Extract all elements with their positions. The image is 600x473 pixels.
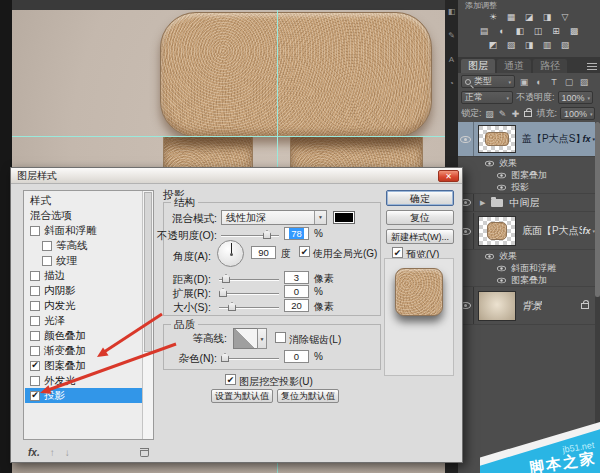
dock-icon[interactable]: ◧ (445, 0, 458, 24)
checkbox[interactable] (30, 301, 40, 311)
filter-smart-objects-icon[interactable]: ▨ (578, 77, 590, 87)
style-item-contour[interactable]: 等高线 (25, 238, 142, 253)
layer-name[interactable]: 背景 (522, 299, 542, 313)
eye-icon[interactable] (460, 136, 471, 143)
color-lookup-icon[interactable]: ▩ (567, 25, 581, 37)
checkbox-checked[interactable]: ✔ (30, 391, 40, 401)
antialias-checkbox[interactable] (275, 332, 286, 343)
make-default-button[interactable]: 设置为默认值 (211, 389, 273, 403)
contour-thumbnail[interactable] (233, 328, 258, 349)
tab-layers[interactable]: 图层 (461, 59, 495, 73)
distance-field[interactable]: 3 (284, 271, 309, 284)
filter-adjustment-layers-icon[interactable]: ◐ (533, 77, 545, 87)
layer-opacity-field[interactable]: 100% ▾ (558, 91, 593, 104)
style-item-inner-glow[interactable]: 内发光 (25, 298, 142, 313)
lock-transparency-icon[interactable]: ▨ (485, 109, 495, 119)
reset-default-button[interactable]: 复位为默认值 (277, 389, 339, 403)
global-light-checkbox[interactable]: ✔ (299, 246, 310, 257)
eye-icon[interactable] (497, 265, 506, 271)
checkbox[interactable] (30, 286, 40, 296)
close-button[interactable]: ✕ (438, 170, 459, 182)
threshold-icon[interactable]: ◨ (522, 39, 536, 51)
layer-thumbnail[interactable] (478, 291, 516, 321)
checkbox[interactable] (42, 256, 52, 266)
preview-checkbox[interactable]: ✔ (392, 247, 403, 258)
checkbox[interactable] (30, 331, 40, 341)
move-up-button[interactable]: ↑ (50, 447, 55, 458)
layer-thumbnail[interactable] (478, 125, 516, 153)
size-slider[interactable] (219, 307, 279, 308)
layer-blend-mode-select[interactable]: 正常 ▾ (461, 91, 513, 104)
layer-row-cap[interactable]: 盖【P大点S】 fx ▾ (458, 122, 595, 157)
checkbox-checked[interactable]: ✔ (30, 361, 40, 371)
filter-type-layers-icon[interactable]: T (548, 77, 560, 87)
checkbox[interactable] (30, 271, 40, 281)
filter-shape-layers-icon[interactable]: ▢ (563, 77, 575, 87)
levels-icon[interactable]: ▦ (504, 11, 518, 23)
fx-item-row[interactable]: 投影 (458, 181, 595, 194)
ok-button[interactable]: 确定 (386, 190, 454, 206)
hue-saturation-icon[interactable]: ▤ (477, 25, 491, 37)
lock-paint-icon[interactable]: ✎ (498, 109, 508, 119)
style-item-inner-shadow[interactable]: 内阴影 (25, 283, 142, 298)
shadow-color-swatch[interactable] (333, 211, 355, 224)
checkbox[interactable] (30, 226, 40, 236)
fx-item-row[interactable]: 图案叠加 (458, 274, 595, 287)
style-item-satin[interactable]: 光泽 (25, 313, 142, 328)
fx-menu-button[interactable]: fx. (28, 447, 40, 458)
panel-menu-icon[interactable] (587, 63, 597, 70)
new-style-button[interactable]: 新建样式(W)... (386, 229, 454, 244)
eye-icon[interactable] (485, 160, 494, 166)
angle-dial[interactable] (217, 240, 244, 267)
eye-icon[interactable] (497, 277, 506, 283)
gradient-map-icon[interactable]: ▥ (540, 39, 554, 51)
layer-name[interactable]: 盖【P大点S】 (522, 132, 582, 146)
blend-mode-select[interactable]: 线性加深 ▼ (221, 210, 327, 225)
knockout-checkbox[interactable]: ✔ (225, 374, 236, 385)
selective-color-icon[interactable]: ▧ (558, 39, 572, 51)
fx-header-row[interactable]: 效果 (458, 250, 595, 262)
spread-field[interactable]: 0 (284, 285, 309, 298)
size-field[interactable]: 20 (284, 299, 309, 312)
invert-icon[interactable]: ◩ (486, 39, 500, 51)
group-name[interactable]: 中间层 (509, 196, 539, 210)
noise-field[interactable]: 0 (284, 350, 309, 363)
filter-type-dropdown[interactable]: 类型 ▾ (461, 75, 515, 88)
filter-pixel-layers-icon[interactable]: ▣ (518, 77, 530, 87)
contour-picker-arrow[interactable]: ▼ (257, 328, 267, 349)
style-item-gradient-overlay[interactable]: 渐变叠加 (25, 343, 142, 358)
style-item-texture[interactable]: 纹理 (25, 253, 142, 268)
style-item-stroke[interactable]: 描边 (25, 268, 142, 283)
vibrance-icon[interactable]: ▽ (558, 11, 572, 23)
horizontal-guide[interactable] (12, 136, 445, 137)
checkbox[interactable] (30, 316, 40, 326)
curves-icon[interactable]: ◪ (522, 11, 536, 23)
style-item-outer-glow[interactable]: 外发光 (25, 373, 142, 388)
distance-slider[interactable] (219, 279, 279, 280)
group-row[interactable]: ▶ 中间层 (458, 194, 595, 212)
lock-all-icon[interactable] (524, 111, 532, 117)
angle-field[interactable]: 90 (251, 246, 276, 259)
delete-style-button[interactable] (140, 448, 149, 457)
dock-icon[interactable]: ◔ (445, 72, 458, 96)
noise-slider[interactable] (221, 358, 279, 359)
eye-icon[interactable] (485, 253, 494, 259)
black-white-icon[interactable]: ◧ (513, 25, 527, 37)
layer-row-bottom[interactable]: 底面【P大点S】 fx ▾ (458, 213, 595, 250)
style-item-drop-shadow[interactable]: ✔投影 (25, 388, 142, 403)
checkbox[interactable] (30, 376, 40, 386)
layer-fill-field[interactable]: 100% ▾ (560, 107, 595, 120)
posterize-icon[interactable]: ▨ (504, 39, 518, 51)
layer-name[interactable]: 底面【P大点S】 (522, 224, 582, 238)
dock-icon[interactable]: ✎ (445, 24, 458, 48)
tab-paths[interactable]: 路径 (533, 59, 567, 73)
dock-icon[interactable]: A (445, 48, 458, 72)
reset-button[interactable]: 复位 (386, 210, 454, 225)
lock-move-icon[interactable]: ✚ (511, 109, 521, 119)
style-item-blending-options[interactable]: 混合选项 (25, 208, 142, 223)
move-down-button[interactable]: ↓ (65, 447, 70, 458)
shadow-opacity-field[interactable]: 78 (284, 227, 309, 240)
fx-header-row[interactable]: 效果 (458, 157, 595, 169)
tab-channels[interactable]: 通道 (497, 59, 531, 73)
opacity-slider[interactable] (221, 235, 279, 236)
